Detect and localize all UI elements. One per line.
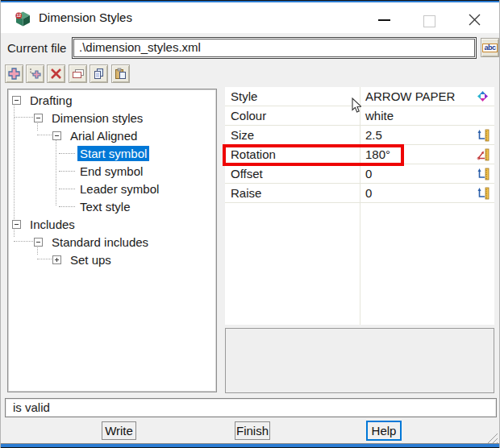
- tree-item-label[interactable]: Text style: [77, 199, 133, 214]
- property-value-field[interactable]: 0: [360, 186, 477, 200]
- clipboard-paste-icon: [115, 68, 127, 80]
- style-tree-panel: Drafting Dimension styles Arial Aligned …: [7, 89, 217, 392]
- tree-item-arial-aligned[interactable]: Arial Aligned: [9, 127, 215, 144]
- tree-item-dimension-styles[interactable]: Dimension styles: [9, 109, 215, 127]
- copy-documents-icon: [93, 68, 105, 80]
- resize-grip[interactable]: [485, 433, 498, 443]
- tree-item-leader-symbol[interactable]: Leader symbol: [9, 180, 215, 197]
- property-value-field[interactable]: 0: [360, 167, 477, 180]
- maximize-icon: [423, 15, 435, 27]
- add-button[interactable]: [5, 64, 23, 83]
- tree-item-standard-includes[interactable]: Standard includes: [9, 233, 215, 251]
- help-button[interactable]: Help: [366, 421, 402, 441]
- measure-button[interactable]: [477, 187, 494, 200]
- property-row-rotation: Rotation 180°: [225, 145, 494, 164]
- measure-button[interactable]: [477, 168, 494, 180]
- property-row-raise: Raise 0: [225, 184, 494, 203]
- tree-item-label[interactable]: Standard includes: [49, 234, 151, 250]
- angle-measure-button[interactable]: [477, 148, 494, 161]
- tree-item-end-symbol[interactable]: End symbol: [9, 162, 215, 180]
- status-field: is valid: [5, 398, 497, 417]
- duplicate-button[interactable]: [69, 64, 87, 83]
- abc-edit-icon: abc: [482, 44, 497, 52]
- property-row-offset: Offset 0: [225, 164, 494, 184]
- add-child-button[interactable]: [26, 64, 44, 83]
- tree-connector-stub: [59, 153, 75, 154]
- property-value-field[interactable]: 2.5: [360, 128, 477, 142]
- property-label: Style: [225, 89, 360, 103]
- finish-button[interactable]: Finish: [235, 421, 270, 440]
- property-label: Rotation: [225, 147, 360, 161]
- style-tree: Drafting Dimension styles Arial Aligned …: [9, 91, 215, 268]
- property-row-style: Style ARROW PAPER: [225, 87, 494, 106]
- style-choice-icon: [477, 90, 489, 102]
- tree-item-label[interactable]: Includes: [27, 217, 77, 232]
- property-label: Size: [225, 128, 360, 142]
- close-icon[interactable]: [468, 13, 481, 27]
- tree-item-set-ups[interactable]: Set ups: [9, 251, 215, 268]
- titlebar[interactable]: 12 Dimension Styles: [1, 2, 499, 33]
- collapse-icon[interactable]: [34, 238, 43, 247]
- tree-item-label[interactable]: Drafting: [27, 93, 75, 108]
- measure-button[interactable]: [477, 129, 494, 142]
- tree-connector-stub: [59, 171, 75, 172]
- tree-item-label[interactable]: Start symbol: [77, 146, 149, 161]
- app-icon: 12: [15, 10, 31, 27]
- minimize-icon[interactable]: [378, 19, 390, 21]
- tree-item-label[interactable]: Leader symbol: [77, 181, 161, 197]
- expand-icon[interactable]: [52, 255, 61, 264]
- property-label: Raise: [225, 186, 360, 200]
- copy-button[interactable]: [90, 64, 108, 83]
- tree-item-includes[interactable]: Includes: [9, 215, 215, 233]
- window-title: Dimension Styles: [39, 10, 132, 24]
- paste-button[interactable]: [111, 64, 130, 83]
- property-label: Colour: [225, 109, 360, 122]
- property-label: Offset: [225, 167, 360, 180]
- measure-icon: [477, 129, 490, 142]
- tree-item-label[interactable]: Arial Aligned: [68, 128, 140, 143]
- tree-item-drafting[interactable]: Drafting: [9, 91, 215, 109]
- property-value-field[interactable]: ARROW PAPER: [360, 89, 477, 103]
- edit-filename-button[interactable]: abc: [481, 38, 499, 57]
- property-value-field[interactable]: white: [360, 109, 477, 122]
- property-value-field[interactable]: 180°: [360, 147, 477, 161]
- tree-item-start-symbol[interactable]: Start symbol: [9, 144, 215, 162]
- property-row-size: Size 2.5: [225, 126, 494, 145]
- current-file-input[interactable]: .\dimension_styles.xml: [72, 37, 477, 59]
- svg-text:12: 12: [16, 13, 21, 18]
- style-choice-button[interactable]: [477, 90, 494, 102]
- dimension-styles-dialog: 12 Dimension Styles Current file .\dimen…: [0, 0, 500, 448]
- plus-connector-icon: [29, 68, 41, 80]
- angle-measure-icon: [477, 148, 490, 161]
- tree-item-label[interactable]: End symbol: [77, 164, 145, 179]
- tree-connector-stub: [59, 189, 75, 189]
- tree-item-text-style[interactable]: Text style: [9, 197, 215, 215]
- measure-icon: [477, 168, 490, 180]
- measure-icon: [477, 187, 490, 200]
- collapse-icon[interactable]: [12, 96, 21, 105]
- tree-connector-stub: [59, 206, 75, 207]
- property-table: Style ARROW PAPER Colour white Size 2.5: [225, 87, 494, 325]
- write-button[interactable]: Write: [102, 421, 136, 440]
- current-file-label: Current file: [7, 41, 66, 55]
- collapse-icon[interactable]: [34, 114, 43, 122]
- property-row-colour: Colour white: [225, 106, 494, 126]
- tree-item-label[interactable]: Set ups: [68, 252, 114, 268]
- tree-item-label[interactable]: Dimension styles: [49, 110, 145, 126]
- collapse-icon[interactable]: [12, 220, 21, 229]
- plus-icon: [8, 68, 20, 80]
- delete-button[interactable]: [47, 64, 65, 83]
- preview-area: [225, 328, 494, 393]
- overlapping-rectangles-icon: [72, 68, 85, 80]
- red-x-icon: [50, 68, 62, 80]
- collapse-icon[interactable]: [52, 131, 61, 140]
